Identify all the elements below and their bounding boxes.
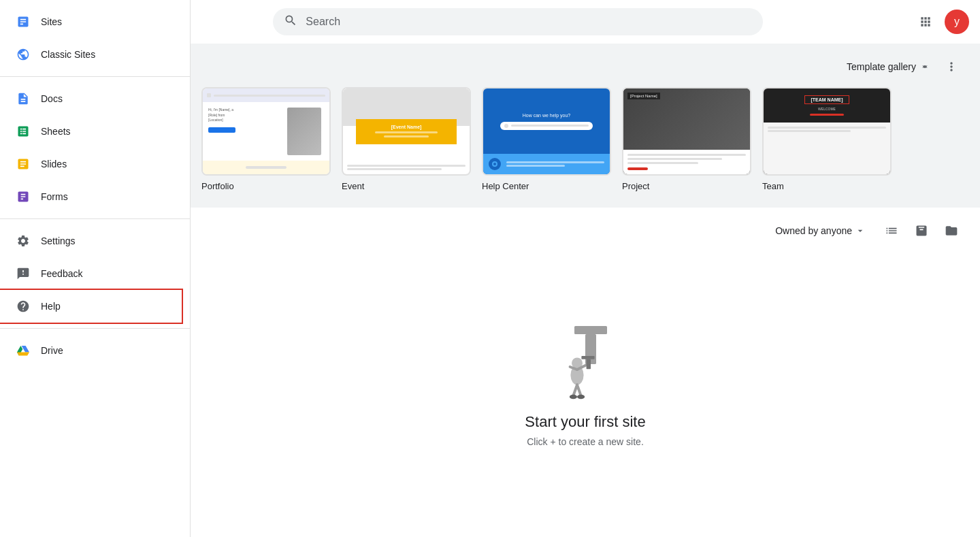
user-avatar[interactable]: y <box>945 10 969 34</box>
more-options-button[interactable] <box>939 54 964 79</box>
sidebar-item-classic-sites[interactable]: Classic Sites <box>0 38 182 71</box>
svg-rect-0 <box>574 326 607 334</box>
sidebar-item-drive[interactable]: Drive <box>0 334 182 367</box>
view-options <box>879 218 964 243</box>
sidebar-item-help[interactable]: Help <box>0 290 182 323</box>
sidebar-item-forms-label: Forms <box>41 191 68 202</box>
template-event-name: Event <box>342 181 471 191</box>
template-helpcenter-name: Help Center <box>482 181 611 191</box>
template-gallery-header: Template gallery <box>201 54 969 79</box>
owned-by-label: Owned by anyone <box>775 225 852 236</box>
sidebar-item-settings[interactable]: Settings <box>0 225 182 257</box>
sidebar-item-forms[interactable]: Forms <box>0 180 182 213</box>
sidebar-item-drive-label: Drive <box>41 345 63 356</box>
sidebar-item-feedback-label: Feedback <box>41 268 82 279</box>
sidebar-item-docs[interactable]: Docs <box>0 82 182 115</box>
settings-icon <box>16 234 30 248</box>
topbar: y <box>191 0 980 44</box>
template-project-name: Project <box>622 181 751 191</box>
sidebar-item-sites[interactable]: Sites <box>0 5 182 38</box>
template-portfolio-name: Portfolio <box>201 181 331 191</box>
sidebar-item-feedback[interactable]: Feedback <box>0 257 182 290</box>
template-project[interactable]: [Project Name] Project <box>622 87 751 191</box>
template-event-thumb: [Event Name] <box>342 87 471 176</box>
template-helpcenter[interactable]: How can we help you? <box>482 87 611 191</box>
folder-view-button[interactable] <box>939 218 964 243</box>
template-gallery-label: Template gallery <box>847 61 916 72</box>
empty-subtitle: Click + to create a new site. <box>527 436 644 447</box>
svg-rect-10 <box>581 356 594 359</box>
feedback-icon <box>16 267 30 280</box>
template-gallery-button[interactable]: Template gallery <box>847 61 931 73</box>
sidebar-item-classic-sites-label: Classic Sites <box>41 49 95 60</box>
template-portfolio-thumb: Hi, I'm [Name], a[Role] from[Location] <box>201 87 331 176</box>
search-bar <box>273 8 763 35</box>
sidebar-item-docs-label: Docs <box>41 93 63 104</box>
sidebar-item-help-label: Help <box>41 301 61 312</box>
topbar-right: y <box>912 8 969 35</box>
sidebar-divider-2 <box>0 218 190 219</box>
svg-line-7 <box>577 385 581 395</box>
slides-icon <box>16 157 30 171</box>
sites-icon <box>16 15 30 29</box>
empty-title: Start your first site <box>525 413 645 431</box>
empty-state: Start your first site Click + to create … <box>191 255 980 537</box>
empty-illustration <box>531 304 640 413</box>
template-project-thumb: [Project Name] <box>622 87 751 176</box>
list-view-button[interactable] <box>879 218 904 243</box>
classic-sites-icon <box>16 48 30 61</box>
sidebar-item-sheets-label: Sheets <box>41 126 71 137</box>
search-icon <box>284 14 297 30</box>
sidebar-item-sheets[interactable]: Sheets <box>0 115 182 148</box>
search-input[interactable] <box>306 16 752 28</box>
sidebar: Sites Classic Sites Docs Sheets Slides F… <box>0 0 191 537</box>
sidebar-divider-3 <box>0 328 190 329</box>
sidebar-item-slides[interactable]: Slides <box>0 148 182 180</box>
sheets-icon <box>16 125 30 138</box>
filter-bar: Owned by anyone <box>191 208 980 255</box>
template-gallery-section: Template gallery Hi, I'm [Name], <box>191 44 980 208</box>
svg-point-8 <box>570 394 577 398</box>
main-content: y Template gallery <box>191 0 980 537</box>
sidebar-item-settings-label: Settings <box>41 235 76 246</box>
template-portfolio[interactable]: Hi, I'm [Name], a[Role] from[Location] P… <box>201 87 331 191</box>
template-team[interactable]: [TEAM NAME] WELCOME Team <box>762 87 892 191</box>
template-event[interactable]: [Event Name] Event <box>342 87 471 191</box>
drive-icon <box>16 344 30 357</box>
svg-point-9 <box>577 394 585 398</box>
template-helpcenter-thumb: How can we help you? <box>482 87 611 176</box>
sidebar-item-slides-label: Slides <box>41 159 67 169</box>
apps-grid-button[interactable] <box>912 8 939 35</box>
template-team-thumb: [TEAM NAME] WELCOME <box>762 87 892 176</box>
sidebar-item-sites-label: Sites <box>41 16 62 27</box>
owned-by-filter[interactable]: Owned by anyone <box>770 221 871 240</box>
template-team-name: Team <box>762 181 892 191</box>
search-wrapper <box>273 8 763 35</box>
forms-icon <box>16 190 30 204</box>
help-icon <box>16 299 30 313</box>
docs-icon <box>16 92 30 105</box>
svg-rect-11 <box>587 359 591 368</box>
templates-row: Hi, I'm [Name], a[Role] from[Location] P… <box>201 87 969 197</box>
sidebar-divider-1 <box>0 76 190 77</box>
content-area: Owned by anyone <box>191 208 980 537</box>
sort-az-button[interactable] <box>909 218 934 243</box>
